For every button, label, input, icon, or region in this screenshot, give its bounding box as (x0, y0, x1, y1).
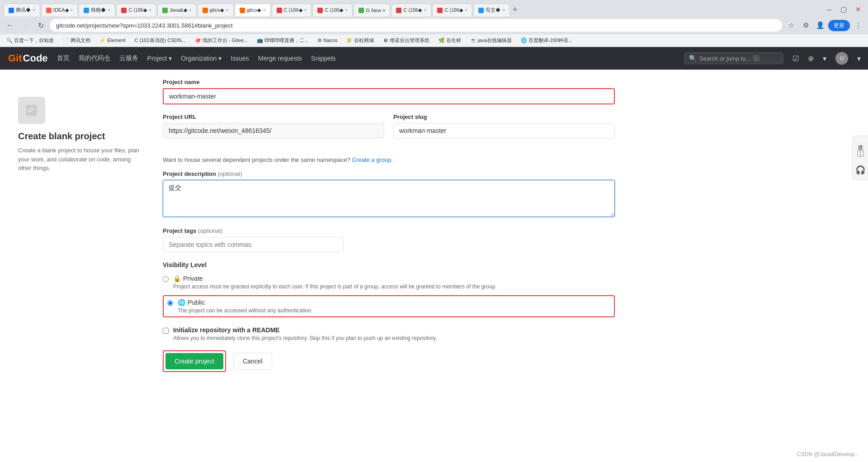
nav-cloud[interactable]: 云服务 (119, 54, 138, 62)
tab-bar: 腾讯◆ × IDEA◆ × 韩顺◆ × C (186◆ × Java&◆ × g… (0, 0, 868, 16)
close-btn[interactable]: ✕ (852, 3, 864, 16)
address-bar-row: ← → ↻ ☆ ⚙ 👤 更新 ⋮ (0, 16, 868, 34)
avatar-caret[interactable]: ▾ (857, 54, 861, 63)
bookmark-fresh[interactable]: 🌿 谷生鲜 (436, 36, 464, 45)
page-subtitle: Create a blank project to house your fil… (18, 146, 145, 173)
support-icon[interactable]: 🎧 (855, 165, 865, 175)
tab-186-3[interactable]: C (186◆ × (312, 4, 353, 16)
bookmark-label: 🐙 我的工作台 - Gitee... (195, 37, 248, 44)
tab-186-4[interactable]: C (186◆ × (391, 4, 431, 16)
bookmark-baidu[interactable]: 🔍 百度一下，你知道 (4, 36, 57, 45)
init-desc: Allows you to immediately clone this pro… (173, 335, 437, 341)
bookmark-btn[interactable]: ☆ (785, 19, 797, 32)
page-title: Create blank project (18, 131, 145, 141)
new-tab-button[interactable]: + (513, 5, 518, 14)
public-radio[interactable] (167, 300, 173, 306)
nav-project[interactable]: Project ▾ (147, 55, 172, 62)
create-btn-wrapper: Create project (163, 350, 226, 372)
init-label: Initialize repository with a README (173, 326, 437, 334)
create-project-button[interactable]: Create project (165, 353, 223, 369)
nav-myrepo[interactable]: 我的代码仓 (79, 54, 110, 62)
bookmark-tencent-doc[interactable]: 📄 腾讯文档 (60, 36, 93, 45)
nav-snippets[interactable]: Snippets (311, 55, 335, 62)
bookmark-admin[interactable]: 🖥 维诺后台管理系统 (380, 36, 432, 45)
left-column: Create blank project Create a blank proj… (18, 79, 145, 372)
url-input[interactable] (163, 123, 384, 138)
bookmark-bilibili[interactable]: 📺 哔哩哔哩直播，二... (254, 36, 311, 45)
bookmark-gitee[interactable]: 🐙 我的工作台 - Gitee... (192, 36, 250, 45)
tab-hanshun[interactable]: 韩顺◆ × (79, 4, 115, 16)
tab-writing[interactable]: 写文◆ × (473, 4, 510, 16)
url-slug-row: Project URL Project slug (163, 113, 615, 147)
nav-org[interactable]: Organization ▾ (181, 55, 222, 62)
tab-tencent[interactable]: 腾讯◆ × (4, 4, 40, 16)
tab-186-5[interactable]: C (186◆ × (432, 4, 472, 16)
nav-search[interactable]: 🔍 Search or jump to... . (684, 52, 783, 64)
bookmark-element[interactable]: ⚡ Element (97, 37, 128, 44)
right-sidebar: 反馈建议 ◫ 🎧 (852, 136, 868, 180)
caret-icon[interactable]: ▾ (823, 54, 826, 63)
qrcode-icon[interactable]: ◫ (857, 148, 864, 158)
bookmark-csdn[interactable]: C (102条消息) CSDN... (132, 36, 189, 45)
create-group-link[interactable]: Create a group. (352, 156, 393, 163)
nav-merge[interactable]: Merge requests (258, 55, 302, 62)
bookmark-translate[interactable]: 🌐 百度翻译-200种语... (518, 36, 575, 45)
back-btn[interactable]: ← (4, 19, 16, 32)
gitcode-logo[interactable]: GitCode (7, 52, 48, 64)
cancel-button[interactable]: Cancel (233, 353, 272, 370)
project-name-input[interactable] (163, 88, 615, 104)
maximize-btn[interactable]: ▢ (837, 3, 850, 16)
init-readme-group: Initialize repository with a README Allo… (163, 326, 615, 341)
extensions-btn[interactable]: ⚙ (799, 19, 812, 32)
tab-new[interactable]: G New × (354, 4, 390, 16)
description-textarea[interactable]: 提交 (163, 180, 615, 217)
project-icon (18, 97, 45, 124)
svg-rect-2 (28, 111, 33, 112)
svg-rect-1 (28, 108, 35, 109)
update-btn[interactable]: 更新 (828, 20, 850, 31)
public-desc: The project can be accessed without any … (178, 307, 313, 314)
user-avatar[interactable]: U (835, 52, 848, 65)
address-input[interactable] (50, 19, 782, 32)
reload-btn[interactable]: ↻ (34, 19, 47, 32)
bookmark-label: ☕ java在线编辑器 (470, 37, 512, 44)
private-radio[interactable] (163, 276, 169, 282)
forward-btn[interactable]: → (19, 19, 32, 32)
bookmark-label: 🌾 谷粒商城 (346, 37, 374, 44)
tab-gitco1[interactable]: gitco◆ × (198, 4, 234, 16)
bookmark-label: 🌐 百度翻译-200种语... (521, 37, 572, 44)
tab-186-2[interactable]: C (186◆ × (272, 4, 312, 16)
tab-186-1[interactable]: C (186◆ × (116, 4, 156, 16)
bookmark-label: 🔍 百度一下，你知道 (6, 37, 54, 44)
bookmark-label: 📺 哔哩哔哩直播，二... (257, 37, 308, 44)
slug-input[interactable] (393, 123, 615, 138)
plus-icon[interactable]: ⊕ (808, 54, 814, 63)
tab-gitco2-active[interactable]: gitco◆ × (235, 4, 271, 16)
public-label: 🌐 Public (178, 299, 313, 306)
menu-btn[interactable]: ⋮ (852, 19, 864, 32)
nav-home[interactable]: 首页 (57, 54, 70, 62)
slug-label: Project slug (393, 113, 615, 120)
init-readme-checkbox[interactable] (163, 328, 169, 334)
bookmark-label: ⚙ Nacos (317, 38, 337, 43)
svg-rect-0 (26, 105, 37, 116)
project-svg-icon (23, 101, 41, 119)
right-column: Project name Project URL Project slug Wa… (163, 79, 615, 372)
bookmark-guli[interactable]: 🌾 谷粒商城 (344, 36, 377, 45)
two-column-layout: Create blank project Create a blank proj… (18, 79, 615, 372)
nav-issues[interactable]: Issues (231, 55, 249, 62)
tab-idea[interactable]: IDEA◆ × (41, 4, 78, 16)
url-group: Project URL (163, 113, 384, 138)
todo-icon[interactable]: ☑ (793, 54, 799, 63)
minimize-btn[interactable]: ─ (823, 3, 835, 16)
search-placeholder: Search or jump to... (699, 55, 750, 62)
bookmark-java-editor[interactable]: ☕ java在线编辑器 (467, 36, 514, 45)
bookmarks-bar: 🔍 百度一下，你知道 📄 腾讯文档 ⚡ Element C (102条消息) C… (0, 34, 868, 47)
tags-input[interactable] (163, 237, 344, 252)
bookmark-label: 📄 腾讯文档 (63, 37, 90, 44)
profile-btn[interactable]: 👤 (814, 19, 826, 32)
bookmark-nacos[interactable]: ⚙ Nacos (315, 37, 340, 44)
tab-java[interactable]: Java&◆ × (157, 4, 196, 16)
private-option: 🔒 Private Project access must be granted… (163, 275, 615, 290)
project-name-group: Project name (163, 79, 615, 104)
